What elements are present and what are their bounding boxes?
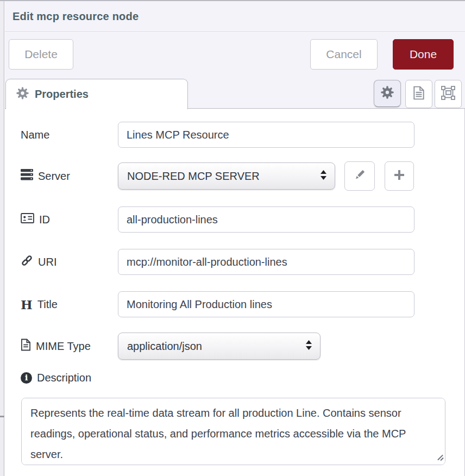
name-label: Name [21,122,49,148]
dialog-header: Edit mcp resource node [5,1,465,32]
mime-type-select[interactable]: application/json [118,333,321,360]
add-server-button[interactable] [385,161,414,191]
gear-icon [381,86,394,101]
mime-type-select-value: application/json [127,340,305,353]
link-icon [21,254,33,270]
updown-arrows-icon [305,340,312,352]
tab-properties-label: Properties [35,88,89,101]
properties-tab-button[interactable] [374,80,401,107]
description-textarea[interactable]: Represents the real-time data stream for… [21,398,445,465]
gear-icon [16,87,29,102]
id-card-icon [21,213,34,226]
gutter-notch [0,416,4,417]
tab-properties[interactable]: Properties [5,79,188,109]
id-label: ID [21,206,50,233]
workspace-gutter [0,1,4,476]
server-select[interactable]: NODE-RED MCP SERVER [118,162,335,190]
uri-label: URI [21,249,56,275]
delete-button[interactable]: Delete [9,39,73,70]
server-select-value: NODE-RED MCP SERVER [127,170,320,183]
mime-type-label: MIME Type [21,333,91,359]
server-label: Server [21,163,70,189]
tab-bar: Properties [5,73,465,109]
info-icon: i [21,372,32,384]
updown-arrows-icon [320,170,327,182]
edit-server-button[interactable] [344,161,375,191]
pencil-icon [353,168,366,184]
dialog-title: Edit mcp resource node [12,10,139,23]
server-icon [21,169,33,183]
done-button[interactable]: Done [393,39,454,70]
edit-node-dialog: Edit mcp resource node Delete Cancel Don… [0,0,465,476]
uri-input[interactable] [118,249,414,275]
appearance-tab-button[interactable] [435,80,462,108]
description-tab-button[interactable] [405,80,432,108]
heading-icon: H [21,298,33,311]
appearance-icon [441,86,455,102]
dialog-toolbar: Delete Cancel Done [5,33,465,73]
plus-icon [393,169,405,183]
file-icon [21,339,31,354]
description-label: i Description [21,370,91,385]
properties-form: Name Server NODE-RED MCP SERVER [5,109,465,476]
cancel-button[interactable]: Cancel [310,39,378,70]
document-icon [412,86,425,102]
id-input[interactable] [118,206,414,233]
name-input[interactable] [118,122,414,148]
title-label: H Title [21,291,58,317]
title-input[interactable] [118,291,414,317]
